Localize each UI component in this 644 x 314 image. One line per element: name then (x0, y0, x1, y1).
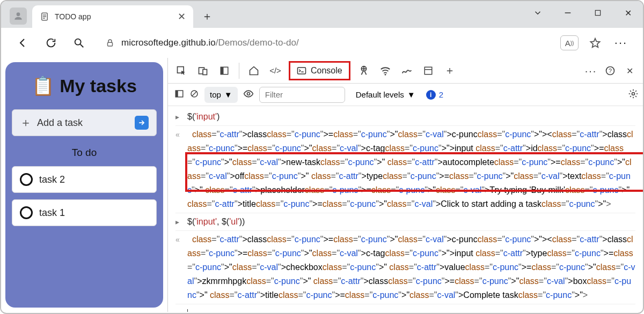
profile-button[interactable] (10, 8, 27, 25)
tab-close-button[interactable]: ✕ (178, 11, 186, 23)
task-row[interactable]: task 2 (12, 166, 157, 193)
browser-titlebar: TODO app ✕ ＋ ✕ (1, 1, 643, 28)
clear-console-button[interactable] (189, 89, 199, 101)
devtools-help-button[interactable]: ? (602, 63, 618, 79)
chevron-down-icon[interactable] (530, 5, 545, 20)
person-icon (13, 11, 24, 21)
more-button[interactable]: ··· (612, 34, 630, 52)
maximize-button[interactable] (590, 5, 605, 20)
filter-input[interactable] (259, 87, 345, 103)
devtools-close-button[interactable]: ✕ (621, 63, 638, 79)
svg-rect-6 (595, 10, 600, 15)
live-expression-button[interactable] (243, 88, 254, 101)
result-icon[interactable]: « (175, 233, 187, 246)
devtools-more-button[interactable]: ··· (583, 63, 599, 79)
svg-line-25 (192, 91, 197, 96)
add-task-input[interactable]: ＋ Add a task (12, 109, 157, 136)
network-tab[interactable] (377, 63, 393, 79)
svg-text:?: ? (609, 68, 612, 74)
console-settings-button[interactable] (628, 88, 639, 101)
console-input-line: ▸ $('input', $('ul')) (175, 213, 635, 231)
svg-rect-15 (298, 68, 306, 74)
console-tab[interactable]: Console (289, 61, 350, 80)
close-window-button[interactable]: ✕ (620, 5, 635, 20)
welcome-tab[interactable] (246, 63, 262, 79)
window-controls: ✕ (530, 5, 635, 20)
sources-tab[interactable] (356, 63, 372, 79)
tab-title: TODO app (55, 12, 172, 21)
devtools-tabstrip: </> Console ＋ ··· ? ✕ (168, 58, 643, 84)
checkbox-empty-icon[interactable] (20, 173, 33, 186)
address-bar[interactable]: microsoftedge.github.io/Demos/demo-to-do… (98, 32, 551, 54)
text-cursor (187, 309, 188, 312)
performance-tab[interactable] (399, 63, 415, 79)
clipboard-icon: 📋 (32, 75, 54, 96)
more-tabs-button[interactable]: ＋ (442, 63, 458, 79)
dock-side-button[interactable] (216, 63, 232, 79)
devtools-panel: </> Console ＋ ··· ? ✕ top ▼ (167, 58, 643, 312)
url-text: microsoftedge.github.io/Demos/demo-to-do… (121, 38, 299, 48)
svg-point-17 (384, 73, 386, 75)
console-toolbar: top ▼ Default levels ▼ i 2 (168, 84, 643, 106)
svg-point-7 (75, 39, 81, 45)
levels-label: Default levels (356, 90, 404, 99)
context-selector[interactable]: top ▼ (204, 87, 238, 103)
svg-line-8 (80, 44, 84, 48)
device-toolbar-button[interactable] (195, 63, 211, 79)
minimize-button[interactable] (560, 5, 575, 20)
submit-task-button[interactable] (135, 116, 149, 130)
info-icon: i (426, 90, 436, 100)
console-prompt[interactable]: › (175, 304, 635, 312)
elements-tab[interactable]: </> (267, 63, 283, 79)
app-title: My tasks (60, 76, 137, 96)
expand-icon[interactable]: ▸ (175, 215, 187, 229)
separator (239, 63, 239, 79)
levels-selector[interactable]: Default levels ▼ (356, 90, 415, 99)
chevron-down-icon: ▼ (224, 90, 232, 99)
chevron-down-icon: ▼ (407, 90, 415, 99)
checkbox-empty-icon[interactable] (20, 206, 33, 219)
lock-icon (105, 38, 115, 48)
inspect-element-button[interactable] (173, 63, 189, 79)
read-aloud-button[interactable]: A)) (560, 35, 579, 50)
result-icon[interactable]: « (175, 128, 187, 141)
svg-rect-12 (203, 69, 207, 74)
plus-icon: ＋ (20, 115, 32, 131)
task-label: task 1 (39, 207, 65, 219)
issues-badge[interactable]: i 2 (426, 90, 443, 100)
favorite-button[interactable] (586, 34, 604, 52)
console-icon (297, 66, 306, 76)
svg-point-0 (17, 12, 20, 16)
app-card: 📋 My tasks ＋ Add a task To do task 2 tas… (5, 62, 163, 308)
app-header: 📋 My tasks (12, 75, 157, 96)
issue-count: 2 (439, 90, 443, 99)
expand-icon[interactable]: ▸ (175, 110, 187, 124)
console-output-line: « class="c-attr">classclass="c-punc">=cl… (175, 231, 635, 304)
svg-rect-14 (221, 67, 223, 74)
browser-toolbar: microsoftedge.github.io/Demos/demo-to-do… (1, 28, 643, 58)
new-tab-button[interactable]: ＋ (197, 6, 217, 26)
back-button[interactable] (14, 34, 32, 52)
toggle-sidebar-button[interactable] (174, 89, 184, 101)
workspace: 📋 My tasks ＋ Add a task To do task 2 tas… (1, 58, 643, 312)
document-icon (40, 12, 49, 21)
console-input-line: ▸ $('input') (175, 108, 635, 126)
task-label: task 2 (39, 174, 65, 185)
section-heading: To do (12, 147, 157, 159)
page-viewport: 📋 My tasks ＋ Add a task To do task 2 tas… (1, 58, 167, 312)
context-label: top (210, 90, 221, 99)
application-tab[interactable] (420, 63, 436, 79)
console-tab-label: Console (311, 66, 342, 76)
search-button[interactable] (70, 34, 88, 52)
browser-tab-active[interactable]: TODO app ✕ (32, 5, 193, 28)
svg-point-27 (632, 92, 635, 95)
add-task-label: Add a task (37, 117, 129, 129)
console-output-line: « class="c-attr">classclass="c-punc">=cl… (175, 126, 635, 213)
svg-rect-9 (108, 42, 113, 46)
console-output[interactable]: ▸ $('input') �くぃ « class="c-attr">classc… (168, 106, 643, 312)
refresh-button[interactable] (42, 34, 60, 52)
task-row[interactable]: task 1 (12, 199, 157, 226)
svg-point-26 (247, 92, 250, 95)
svg-rect-18 (425, 67, 432, 74)
svg-rect-23 (175, 91, 178, 97)
